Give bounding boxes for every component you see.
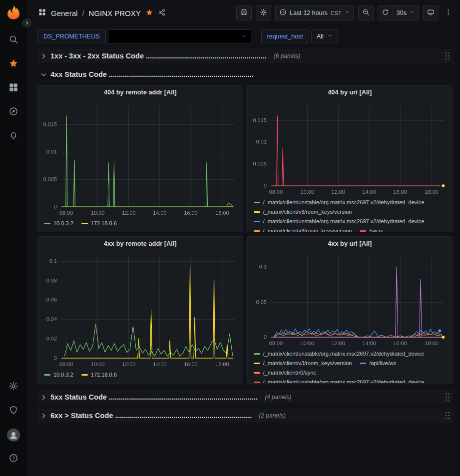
legend-item[interactable]: /_matrix/client/unstable/org.matrix.msc2… [254,198,425,207]
timeseries-canvas[interactable] [38,99,243,218]
refresh-button[interactable] [378,5,393,20]
chevron-down-icon [40,71,47,78]
sidebar-item-help[interactable]: ? [3,449,23,469]
row-drag-handle[interactable] [445,411,451,422]
legend-label: /api/live/ws [369,359,396,368]
timezone-label: CST [331,10,342,16]
legend-swatch [254,221,260,222]
panel-title[interactable]: 404 by remote addr [All] [38,85,243,99]
legend-label: /_matrix/client/unstable/org.matrix.msc2… [263,217,425,226]
panel-title[interactable]: 404 by uri [All] [248,85,453,99]
legend-item[interactable]: /sw.js [360,226,383,232]
favorite-star-icon[interactable] [145,8,153,18]
panel-title[interactable]: 4xx by remote addr [All] [38,237,243,250]
sidebar-bottom: ? [3,375,23,471]
compass-icon [8,106,18,118]
legend-item[interactable]: /_matrix/client/unstable/org.matrix.msc2… [254,349,425,358]
legend-item[interactable]: /_matrix/client/unstable/org.matrix.msc2… [254,378,425,383]
time-range-picker[interactable]: Last 12 hours CST [275,5,354,20]
legend-label: 172.18.0.6 [91,370,117,379]
tv-mode-button[interactable] [423,5,439,20]
timeseries-canvas[interactable] [248,99,453,197]
legend-item[interactable]: 172.18.0.6 [81,219,117,228]
legend-swatch [254,211,260,213]
legend-swatch [360,230,366,232]
breadcrumb-folder[interactable]: General [51,9,77,17]
star-icon [8,58,18,70]
zoom-out-icon [362,8,370,17]
save-icon [240,8,248,17]
legend-swatch [254,382,260,383]
sidebar-item-dashboards[interactable] [3,78,23,98]
request-host-value: All [317,33,324,40]
legend-label: /sw.js [369,226,383,232]
legend-label: 172.18.0.6 [91,219,117,228]
breadcrumb: General / NGINX PROXY [38,8,166,18]
sidebar-item-explore[interactable] [3,102,23,122]
legend-item[interactable]: 10.0.3.2 [44,370,73,379]
legend-item[interactable]: /_matrix/client/v3/room_keys/version [254,359,352,368]
legend-swatch [254,353,260,355]
sidebar: ? [0,0,27,476]
sidebar-item-profile[interactable] [3,425,23,445]
refresh-interval-picker[interactable]: 30s [393,5,419,20]
sidebar-item-alerting[interactable] [3,126,23,146]
panel-4xx-by-uri: 4xx by uri [All] /_matrix/client/unstabl… [247,236,453,384]
breadcrumb-dashboard-title[interactable]: NGINX PROXY [89,9,141,17]
dashboard-scroll-area: 1xx - 3xx - 2xx Status Code ............… [27,48,460,476]
row-title: 4xx Status Code ........................… [50,70,254,78]
legend-item[interactable]: /api/live/ws [360,359,396,368]
chevron-right-icon [24,19,29,27]
sidebar-item-server-admin[interactable] [3,401,23,421]
sidebar-item-settings[interactable] [3,377,23,397]
row-drag-handle[interactable] [445,393,451,404]
grafana-logo[interactable] [5,4,21,20]
legend-item[interactable]: /_matrix/client/unstable/org.matrix.msc2… [254,217,425,226]
legend-item[interactable]: 172.18.0.6 [81,370,117,379]
zoom-out-button[interactable] [358,5,374,20]
legend-item[interactable]: 10.0.3.2 [44,219,73,228]
chevron-right-icon [40,394,47,401]
sidebar-item-starred[interactable] [3,54,23,74]
request-host-value-dropdown[interactable]: All [311,29,338,43]
panel-title[interactable]: 4xx by uri [All] [248,237,453,250]
apps-grid-icon [38,8,46,18]
more-options-button[interactable] [443,5,454,20]
timeseries-canvas[interactable] [38,250,243,369]
chevron-down-icon [410,9,415,16]
legend-item[interactable]: /_matrix/client/v3/room_keys/version [254,226,352,232]
chevron-right-icon [40,52,47,60]
legend-swatch [254,372,260,374]
row-6xx[interactable]: 6xx > Status Code ......................… [37,409,453,423]
ds-prometheus-value-dropdown[interactable] [108,29,251,43]
legend-item[interactable]: /_matrix/client/r0/sync [254,368,316,377]
time-range-label: Last 12 hours [290,9,328,16]
legend: /_matrix/client/unstable/org.matrix.msc2… [248,197,453,232]
row-1xx-3xx-2xx[interactable]: 1xx - 3xx - 2xx Status Code ............… [37,49,453,63]
dashboard-settings-button[interactable] [256,5,271,20]
row-drag-handle[interactable] [445,51,451,62]
row-4xx[interactable]: 4xx Status Code ........................… [37,67,453,81]
legend: /_matrix/client/unstable/org.matrix.msc2… [248,348,453,383]
kebab-menu-icon [445,8,452,17]
timeseries-canvas[interactable] [248,250,453,348]
shield-icon [8,405,18,417]
row-5xx[interactable]: 5xx Status Code ........................… [37,390,453,404]
save-dashboard-button[interactable] [236,5,252,20]
legend-item[interactable]: /_matrix/client/v3/room_keys/version [254,207,352,216]
panel-404-by-uri: 404 by uri [All] /_matrix/client/unstabl… [247,85,453,232]
variables-bar: DS_PROMETHEUS request_host All [27,26,460,48]
ds-prometheus-label[interactable]: DS_PROMETHEUS [37,29,106,43]
legend-label: /_matrix/client/v3/room_keys/version [263,359,352,368]
legend-swatch [360,363,366,364]
legend-swatch [254,230,260,232]
request-host-label[interactable]: request_host [261,29,309,43]
sidebar-item-search[interactable] [3,30,23,50]
chevron-down-icon [345,9,350,16]
refresh-interval-label: 30s [397,9,407,16]
avatar [7,429,20,442]
share-icon[interactable] [158,8,166,18]
chart-area [248,99,453,197]
chart-area [38,250,243,369]
sidebar-expand-button[interactable] [22,18,31,27]
